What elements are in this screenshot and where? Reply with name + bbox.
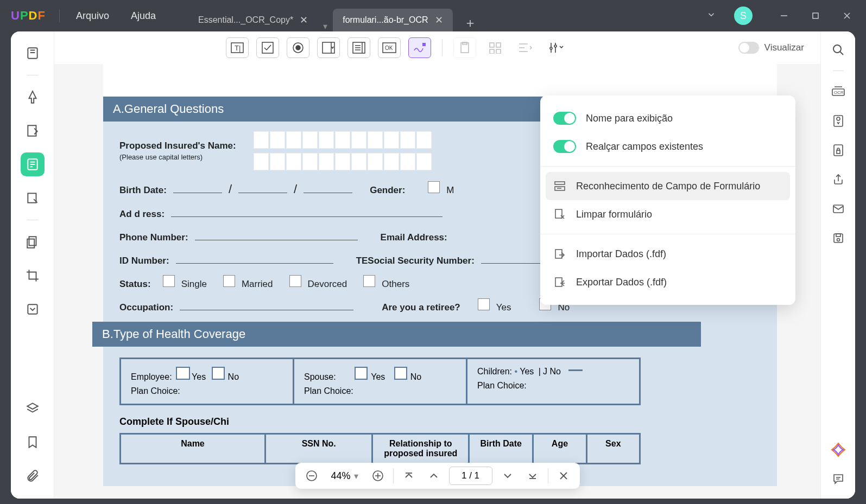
signature-tool[interactable]	[408, 37, 431, 58]
app-logo: UPDF	[0, 9, 56, 23]
last-page-button[interactable]	[523, 466, 542, 486]
chevron-down-icon[interactable]: ▾	[318, 21, 333, 31]
page-input[interactable]: 1 / 1	[449, 467, 492, 485]
status-divorced-label: Devorced	[308, 279, 347, 290]
titlebar: UPDF Arquivo Ajuda Essential..._OCR_Copy…	[0, 0, 866, 31]
svg-rect-14	[27, 239, 34, 248]
next-page-button[interactable]	[498, 466, 517, 486]
ocr-button[interactable]: OCR	[830, 83, 847, 100]
svg-text:OK: OK	[385, 45, 393, 51]
birth-year-field[interactable]	[304, 181, 352, 193]
dropdown-item-import-data[interactable]: Importar Dados (.fdf)	[540, 240, 795, 268]
comment-button[interactable]	[830, 470, 847, 488]
share-button[interactable]	[830, 171, 847, 188]
dropdown-item-export-data[interactable]: Exportar Dados (.fdf)	[540, 268, 795, 296]
zoom-select[interactable]: 44% ▾	[326, 470, 362, 482]
occupation-field[interactable]	[180, 298, 353, 310]
new-tab-button[interactable]: ＋	[453, 14, 488, 31]
crop-button[interactable]	[21, 264, 45, 288]
spouse-yes-checkbox[interactable]	[355, 367, 368, 380]
ai-button[interactable]	[830, 441, 847, 458]
name-boxes-row1[interactable]	[254, 131, 432, 149]
svg-rect-1	[813, 13, 818, 18]
employee-yes-checkbox[interactable]	[176, 367, 190, 380]
svg-rect-12	[28, 193, 36, 202]
dropdown-item-display-name[interactable]: Nome para exibição	[540, 104, 795, 132]
prev-page-button[interactable]	[424, 466, 444, 486]
toggle-on-icon[interactable]	[553, 140, 576, 153]
redact-button[interactable]	[21, 186, 45, 210]
search-button[interactable]	[830, 41, 847, 59]
listbox-tool[interactable]	[347, 37, 370, 58]
spouse-no-checkbox[interactable]	[394, 367, 407, 380]
reader-mode-button[interactable]	[21, 41, 45, 65]
highlight-button[interactable]	[21, 85, 45, 109]
chevron-down-icon[interactable]	[693, 10, 730, 22]
dropdown-item-highlight-fields[interactable]: Realçar campos existentes	[540, 132, 795, 161]
compress-button[interactable]	[830, 112, 847, 130]
status-others-checkbox[interactable]	[363, 275, 375, 287]
zoom-in-button[interactable]	[368, 466, 388, 486]
svg-text:OCR: OCR	[834, 90, 844, 95]
left-sidebar	[11, 31, 54, 499]
maximize-button[interactable]	[802, 5, 829, 27]
dropdown-item-clear-form[interactable]: Limpar formulário	[540, 200, 795, 228]
email-button[interactable]	[830, 200, 847, 218]
dropdown-tool[interactable]	[317, 37, 340, 58]
form-button[interactable]	[21, 152, 45, 176]
pages-button[interactable]	[21, 230, 45, 254]
separator	[540, 234, 795, 234]
protect-button[interactable]	[830, 142, 847, 159]
menu-arquivo[interactable]: Arquivo	[65, 10, 120, 22]
user-avatar[interactable]: S	[734, 7, 753, 25]
checkbox-tool[interactable]	[256, 37, 279, 58]
close-button[interactable]	[833, 5, 861, 27]
status-divorced-checkbox[interactable]	[289, 275, 301, 287]
separator	[442, 40, 443, 56]
attachment-button[interactable]	[21, 464, 45, 488]
text-field-tool[interactable]: T|	[226, 37, 249, 58]
save-button[interactable]	[830, 229, 847, 247]
id-field[interactable]	[176, 252, 333, 264]
menu-ajuda[interactable]: Ajuda	[120, 10, 167, 22]
phone-field[interactable]	[195, 228, 358, 240]
section-b-header: B.Type of Health Coverage	[92, 322, 701, 347]
close-icon[interactable]: ✕	[435, 14, 443, 26]
zoom-out-button[interactable]	[301, 466, 321, 486]
edit-button[interactable]	[21, 119, 45, 143]
status-single-label: Single	[181, 279, 207, 290]
import-icon	[553, 247, 566, 260]
minimize-button[interactable]	[770, 5, 798, 27]
svg-rect-19	[262, 42, 273, 53]
employee-no-checkbox[interactable]	[212, 367, 225, 380]
layers-button[interactable]	[21, 397, 45, 420]
visualize-toggle[interactable]	[738, 42, 759, 54]
svg-point-74	[837, 239, 839, 241]
status-married-checkbox[interactable]	[223, 275, 235, 287]
first-page-button[interactable]	[399, 466, 419, 486]
svg-point-21	[296, 46, 300, 50]
convert-button[interactable]	[21, 297, 45, 321]
close-bar-button[interactable]	[554, 466, 573, 486]
close-icon[interactable]: ✕	[300, 14, 308, 26]
tab-formulario[interactable]: formulari...ão-br_OCR ✕	[333, 9, 452, 31]
address-field[interactable]	[171, 205, 443, 217]
name-boxes-row2[interactable]	[254, 153, 432, 170]
tab-essential[interactable]: Essential..._OCR_Copy* ✕	[188, 9, 318, 31]
radio-tool[interactable]	[287, 37, 309, 58]
dropdown-item-recognize-form[interactable]: Reconhecimento de Campo de Formulário	[546, 172, 790, 200]
separator	[59, 9, 60, 22]
separator	[27, 75, 38, 75]
svg-rect-33	[463, 42, 467, 44]
retiree-yes-checkbox[interactable]	[478, 298, 490, 310]
gender-m-checkbox[interactable]	[428, 181, 440, 193]
retiree-question: Are you a retiree?	[382, 302, 460, 313]
bookmark-button[interactable]	[21, 430, 45, 454]
form-options-tool[interactable]	[545, 37, 567, 58]
birth-month-field[interactable]	[238, 181, 287, 193]
status-single-checkbox[interactable]	[163, 275, 175, 287]
toggle-on-icon[interactable]	[553, 112, 576, 125]
svg-marker-16	[27, 403, 38, 409]
button-tool[interactable]: OK	[378, 37, 401, 58]
birth-day-field[interactable]	[173, 181, 222, 193]
